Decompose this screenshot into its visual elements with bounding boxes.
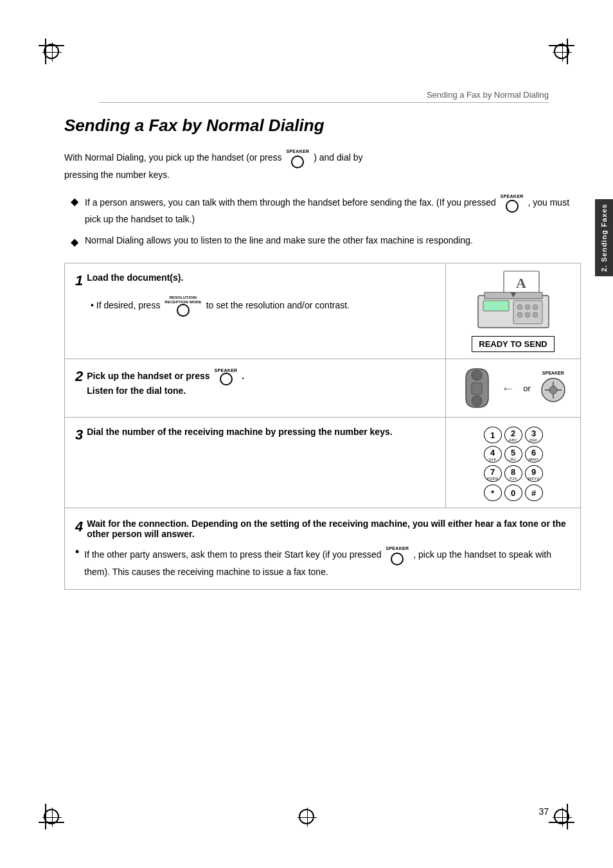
speaker-circle-step4 <box>391 553 404 565</box>
key-9-label: 9 <box>531 467 536 477</box>
step-2-right: ← or SPEAKER <box>445 359 580 417</box>
crosshair-bl <box>44 809 59 824</box>
key-5: 5 JKL <box>504 446 522 463</box>
step-1-right: A <box>445 263 580 359</box>
bullet-diamond-2: ◆ <box>71 235 78 250</box>
svg-rect-15 <box>472 383 482 394</box>
svg-point-11 <box>533 312 538 317</box>
key-6-sub: MNO <box>529 457 538 461</box>
bullet-item-2: ◆ Normal Dialing allows you to listen to… <box>71 234 581 250</box>
step-3-title-text: Dial the number of the receiving machine… <box>87 427 392 437</box>
page-title: Sending a Fax by Normal Dialing <box>64 116 581 136</box>
svg-text:▼: ▼ <box>509 289 518 299</box>
step-4-left: 4 Wait for the connection. Depending on … <box>65 508 580 589</box>
speaker-label-step4: SPEAKER <box>386 545 409 553</box>
svg-point-8 <box>533 305 538 310</box>
key-2-label: 2 <box>511 429 515 438</box>
handset-svg-1 <box>459 366 495 411</box>
key-9-sub: WXYZ <box>528 477 539 481</box>
step-1-body: • If desired, press RESOLUTION/RECEPTION… <box>75 296 435 317</box>
key-5-sub: JKL <box>510 457 517 461</box>
key-7-label: 7 <box>490 467 495 477</box>
sub-bullet-dot: • <box>75 545 79 560</box>
svg-point-13 <box>472 370 482 380</box>
crosshair-br <box>554 809 569 824</box>
svg-point-6 <box>517 305 522 310</box>
crosshair-bc <box>299 809 314 824</box>
step-4-sub-bullet: • If the other party answers, ask them t… <box>75 545 570 579</box>
ready-to-send-box: READY TO SEND <box>472 336 554 352</box>
speaker-hand-svg <box>540 376 567 403</box>
intro-text1: With Normal Dialing, you pick up the han… <box>64 152 281 163</box>
key-2: 2 ABC <box>504 427 522 443</box>
main-content: Sending a Fax by Normal Dialing With Nor… <box>64 109 581 804</box>
sub-bullet-text: If the other party answers, ask them to … <box>84 545 570 579</box>
bullet-list: ◆ If a person answers, you can talk with… <box>64 193 581 251</box>
step-4-number: 4 <box>75 518 83 535</box>
resolution-button: RESOLUTION/RECEPTION MODE <box>164 296 201 317</box>
key-hash-label: # <box>531 488 536 498</box>
speaker-label-step2: SPEAKER <box>215 368 238 373</box>
svg-point-17 <box>549 386 557 394</box>
key-1: 1 <box>484 427 502 443</box>
step-2-title: 2 Pick up the handset or press SPEAKER .… <box>75 368 435 396</box>
bullet-text-1: If a person answers, you can talk with t… <box>85 193 581 227</box>
speaker-step2-right: SPEAKER <box>540 371 567 405</box>
step-3-number: 3 <box>75 427 83 443</box>
step-1-number: 1 <box>75 272 83 289</box>
key-4-label: 4 <box>490 448 495 457</box>
keypad: 1 2 ABC 3 DEF 4 GHI <box>484 427 543 501</box>
key-3: 3 DEF <box>525 427 543 443</box>
bullet-item-1: ◆ If a person answers, you can talk with… <box>71 193 581 227</box>
key-9: 9 WXYZ <box>525 465 543 482</box>
step-1-left: 1 Load the document(s). • If desired, pr… <box>65 263 445 359</box>
steps-container: 1 Load the document(s). • If desired, pr… <box>64 263 581 590</box>
key-0-label: 0 <box>511 488 515 498</box>
fax-machine-svg: A <box>465 270 562 331</box>
step-2-title-line1: Pick up the handset or press SPEAKER . <box>87 368 244 385</box>
page-header: Sending a Fax by Normal Dialing <box>99 90 549 103</box>
svg-point-9 <box>517 312 522 317</box>
crosshair-tr <box>554 44 569 59</box>
speaker-button-step4: SPEAKER <box>386 545 409 565</box>
step-row-3: 3 Dial the number of the receiving machi… <box>65 418 580 508</box>
key-4-sub: GHI <box>489 457 496 461</box>
speaker-circle-step2 <box>220 373 233 385</box>
svg-rect-5 <box>483 301 509 311</box>
intro-text3: pressing the number keys. <box>64 170 170 180</box>
step-3-left: 3 Dial the number of the receiving machi… <box>65 418 445 508</box>
svg-point-10 <box>525 312 530 317</box>
arrow-left: ← <box>501 381 514 396</box>
intro-text2: ) and dial by <box>314 152 362 163</box>
key-6-label: 6 <box>531 448 536 457</box>
sidebar-tab: 2. Sending Faxes <box>595 199 613 276</box>
key-7: 7 PQRS <box>484 465 502 482</box>
intro-section: With Normal Dialing, you pick up the han… <box>64 148 581 182</box>
key-star: * <box>484 484 502 501</box>
step-3-right: 1 2 ABC 3 DEF 4 GHI <box>445 418 580 508</box>
step-1-body-suffix: to set the resolution and/or contrast. <box>206 300 350 310</box>
speaker-circle-b1 <box>506 200 519 213</box>
step-3-title: 3 Dial the number of the receiving machi… <box>75 427 435 443</box>
key-star-label: * <box>491 488 494 498</box>
key-8-label: 8 <box>511 467 515 477</box>
page-number: 37 <box>538 806 549 817</box>
key-hash: # <box>525 484 543 501</box>
handset-area: ← or SPEAKER <box>459 366 567 411</box>
step-1-body-prefix: • If desired, press <box>91 300 160 310</box>
speaker-label-b1: SPEAKER <box>501 193 524 200</box>
step-4-title-text: Wait for the connection. Depending on th… <box>87 518 570 539</box>
key-5-label: 5 <box>511 448 515 457</box>
key-6: 6 MNO <box>525 446 543 463</box>
step-2-left: 2 Pick up the handset or press SPEAKER .… <box>65 359 445 417</box>
step-row-4: 4 Wait for the connection. Depending on … <box>65 508 580 589</box>
speaker-label-intro: SPEAKER <box>286 148 309 155</box>
crosshair-tl <box>44 44 59 59</box>
step-4-title: 4 Wait for the connection. Depending on … <box>75 518 570 539</box>
step-row-2: 2 Pick up the handset or press SPEAKER .… <box>65 359 580 418</box>
svg-point-7 <box>525 305 530 310</box>
fax-illustration: A <box>465 270 562 352</box>
speaker-circle-intro <box>291 155 304 168</box>
key-2-sub: ABC <box>509 438 517 442</box>
step-1-title-text: Load the document(s). <box>87 272 183 283</box>
